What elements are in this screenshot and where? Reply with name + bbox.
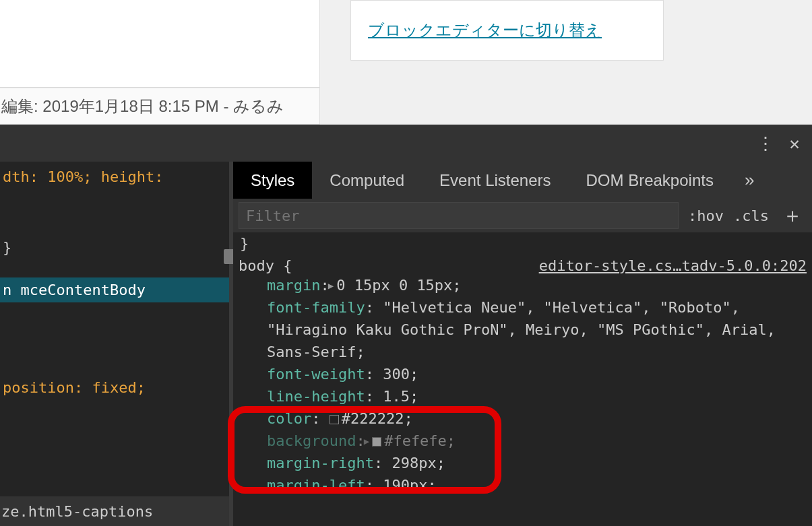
val-font-weight: 300 <box>383 366 410 383</box>
close-icon[interactable]: ✕ <box>789 133 800 154</box>
expand-icon[interactable]: ▶ <box>328 279 334 293</box>
styles-filter-input[interactable] <box>239 202 679 229</box>
prop-background: background <box>267 432 356 449</box>
val-background: #fefefe <box>384 432 447 449</box>
breadcrumb-text: ze.html5-captions <box>1 503 153 520</box>
tab-overflow-icon[interactable]: » <box>731 170 768 191</box>
edit-info-text: 編集: 2019年1月18日 8:15 PM - みるみ <box>1 96 284 117</box>
color-swatch-icon[interactable] <box>372 437 381 447</box>
editor-content-panel <box>0 0 320 88</box>
switch-to-block-editor-link[interactable]: ブロックエディターに切り替え <box>368 20 602 41</box>
inline-style-fragment[interactable]: dth: 100%; height: <box>0 166 229 188</box>
decl-line-height[interactable]: line-height: 1.5; <box>239 385 807 407</box>
elements-tree-pane[interactable]: dth: 100%; height: } n mceContentBody po… <box>0 162 229 526</box>
decl-font-family[interactable]: font-family: "Helvetica Neue", "Helvetic… <box>239 296 807 363</box>
val-margin: 0 15px 0 15px <box>336 277 452 294</box>
val-line-height: 1.5 <box>383 388 410 405</box>
prop-line-height: line-height <box>267 388 365 405</box>
prop-margin: margin <box>267 277 320 294</box>
prop-color: color <box>267 410 311 427</box>
decl-background[interactable]: background:▶#fefefe; <box>239 430 807 452</box>
decl-color[interactable]: color: #222222; <box>239 407 807 430</box>
rule-header: body { editor-style.cs…tadv-5.0.0:202 <box>239 257 807 274</box>
tab-dom-breakpoints[interactable]: DOM Breakpoints <box>569 162 731 199</box>
prop-font-family: font-family <box>267 299 365 316</box>
rule-source-link[interactable]: editor-style.cs…tadv-5.0.0:202 <box>539 257 807 274</box>
prop-margin-right: margin-right <box>267 455 374 471</box>
styles-filter-row: :hov .cls ＋ <box>233 199 812 232</box>
styles-tab-bar: Styles Computed Event Listeners DOM Brea… <box>233 162 812 199</box>
elements-breadcrumb[interactable]: ze.html5-captions <box>0 496 229 526</box>
color-swatch-icon[interactable] <box>330 415 339 424</box>
devtools-topbar: ⋮ ✕ <box>0 125 812 162</box>
more-menu-icon[interactable]: ⋮ <box>757 133 774 154</box>
decl-font-weight[interactable]: font-weight: 300; <box>239 363 807 385</box>
prop-font-weight: font-weight <box>267 366 365 383</box>
last-edit-info: 編集: 2019年1月18日 8:15 PM - みるみ <box>0 88 320 125</box>
devtools-panel: ⋮ ✕ dth: 100%; height: } n mceContentBod… <box>0 125 812 526</box>
add-rule-button[interactable]: ＋ <box>778 202 807 230</box>
prop-margin-left: margin-left <box>267 477 365 494</box>
hov-toggle[interactable]: :hov <box>688 207 724 224</box>
fixed-position-fragment[interactable]: position: fixed; <box>0 376 229 399</box>
tab-event-listeners[interactable]: Event Listeners <box>422 162 568 199</box>
brace-close: } <box>0 236 229 259</box>
tab-computed[interactable]: Computed <box>312 162 422 199</box>
prev-rule-close: } <box>239 235 807 252</box>
css-rule-area: } body { editor-style.cs…tadv-5.0.0:202 … <box>233 232 812 496</box>
cls-toggle[interactable]: .cls <box>733 207 769 224</box>
tab-styles[interactable]: Styles <box>233 162 312 199</box>
decl-margin-left[interactable]: margin-left: 190px; <box>239 474 807 496</box>
decl-margin-right[interactable]: margin-right: 298px; <box>239 452 807 474</box>
val-margin-right: 298px <box>392 455 436 471</box>
selected-element[interactable]: n mceContentBody <box>0 277 229 302</box>
val-color: #222222 <box>342 410 404 427</box>
rule-selector[interactable]: body { <box>239 257 292 274</box>
decl-margin[interactable]: margin:▶0 15px 0 15px; <box>239 274 807 296</box>
styles-pane: Styles Computed Event Listeners DOM Brea… <box>233 162 812 526</box>
val-margin-left: 190px <box>383 477 427 494</box>
expand-icon[interactable]: ▶ <box>364 434 369 449</box>
block-editor-switch-panel: ブロックエディターに切り替え <box>350 0 664 61</box>
